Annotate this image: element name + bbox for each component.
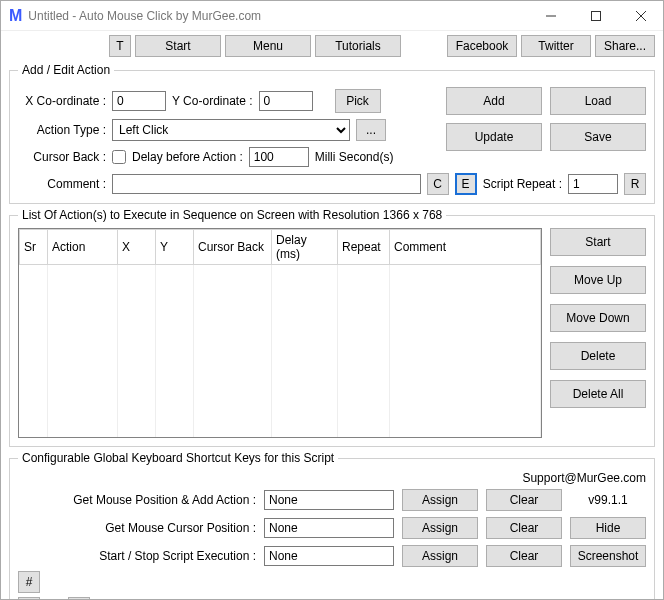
- svg-rect-1: [591, 11, 600, 20]
- version-label: v99.1.1: [570, 493, 646, 507]
- col-y[interactable]: Y: [156, 230, 194, 265]
- table-row[interactable]: [20, 375, 541, 397]
- close-button[interactable]: [618, 1, 663, 31]
- titlebar: M Untitled - Auto Mouse Click by MurGee.…: [1, 1, 663, 31]
- comment-input[interactable]: [112, 174, 421, 194]
- shortcut3-input[interactable]: [264, 546, 394, 566]
- top-toolbar: T Start Menu Tutorials Facebook Twitter …: [9, 35, 655, 57]
- script-repeat-label: Script Repeat :: [483, 177, 562, 191]
- start-button-top[interactable]: Start: [135, 35, 221, 57]
- add-edit-fieldset: Add / Edit Action X Co-ordinate : Y Co-o…: [9, 63, 655, 204]
- assign2-button[interactable]: Assign: [402, 517, 478, 539]
- assign3-button[interactable]: Assign: [402, 545, 478, 567]
- delay-label: Delay before Action :: [132, 150, 243, 164]
- delay-input[interactable]: [249, 147, 309, 167]
- shortcut2-input[interactable]: [264, 518, 394, 538]
- shortcut1-label: Get Mouse Position & Add Action :: [18, 493, 256, 507]
- menu-button[interactable]: Menu: [225, 35, 311, 57]
- y-coord-input[interactable]: [259, 91, 313, 111]
- c-button[interactable]: C: [427, 173, 449, 195]
- moveup-button[interactable]: Move Up: [550, 266, 646, 294]
- twitter-button[interactable]: Twitter: [521, 35, 591, 57]
- hash-button[interactable]: #: [18, 571, 40, 593]
- deleteall-button[interactable]: Delete All: [550, 380, 646, 408]
- t-button[interactable]: T: [109, 35, 131, 57]
- update-button[interactable]: Update: [446, 123, 542, 151]
- assign1-button[interactable]: Assign: [402, 489, 478, 511]
- col-repeat[interactable]: Repeat: [338, 230, 390, 265]
- action-type-select[interactable]: Left Click: [112, 119, 350, 141]
- shortcut3-label: Start / Stop Script Execution :: [18, 549, 256, 563]
- minimize-button[interactable]: [528, 1, 573, 31]
- share-button[interactable]: Share...: [595, 35, 655, 57]
- x-coord-input[interactable]: [112, 91, 166, 111]
- add-button[interactable]: Add: [446, 87, 542, 115]
- table-row[interactable]: [20, 331, 541, 353]
- col-sr[interactable]: Sr: [20, 230, 48, 265]
- tutorials-button[interactable]: Tutorials: [315, 35, 401, 57]
- table-row[interactable]: [20, 265, 541, 287]
- clear1-button[interactable]: Clear: [486, 489, 562, 511]
- col-action[interactable]: Action: [48, 230, 118, 265]
- cursor-back-checkbox[interactable]: [112, 150, 126, 164]
- clear2-button[interactable]: Clear: [486, 517, 562, 539]
- facebook-button[interactable]: Facebook: [447, 35, 517, 57]
- list-legend: List Of Action(s) to Execute in Sequence…: [18, 208, 446, 222]
- script-repeat-input[interactable]: [568, 174, 618, 194]
- window-title: Untitled - Auto Mouse Click by MurGee.co…: [28, 9, 528, 23]
- table-row[interactable]: [20, 309, 541, 331]
- add-edit-legend: Add / Edit Action: [18, 63, 114, 77]
- save-button[interactable]: Save: [550, 123, 646, 151]
- pick-button[interactable]: Pick: [335, 89, 381, 113]
- list-fieldset: List Of Action(s) to Execute in Sequence…: [9, 208, 655, 447]
- shortcut1-input[interactable]: [264, 490, 394, 510]
- action-table[interactable]: Sr Action X Y Cursor Back Delay (ms) Rep…: [18, 228, 542, 438]
- e-button[interactable]: E: [455, 173, 477, 195]
- table-row[interactable]: [20, 419, 541, 439]
- table-row[interactable]: [20, 287, 541, 309]
- app-icon: M: [9, 7, 22, 25]
- shortcuts-legend: Configurable Global Keyboard Shortcut Ke…: [18, 451, 338, 465]
- comment-label: Comment :: [18, 177, 106, 191]
- cursor-back-label: Cursor Back :: [18, 150, 106, 164]
- clear3-button[interactable]: Clear: [486, 545, 562, 567]
- start-button[interactable]: Start: [550, 228, 646, 256]
- x-coord-label: X Co-ordinate :: [18, 94, 106, 108]
- delete-button[interactable]: Delete: [550, 342, 646, 370]
- maximize-button[interactable]: [573, 1, 618, 31]
- shortcuts-fieldset: Configurable Global Keyboard Shortcut Ke…: [9, 451, 655, 600]
- col-delay[interactable]: Delay (ms): [272, 230, 338, 265]
- table-row[interactable]: [20, 353, 541, 375]
- shortcut2-label: Get Mouse Cursor Position :: [18, 521, 256, 535]
- col-x[interactable]: X: [118, 230, 156, 265]
- more-button[interactable]: ...: [356, 119, 386, 141]
- y-coord-label: Y Co-ordinate :: [172, 94, 253, 108]
- r-button[interactable]: R: [624, 173, 646, 195]
- col-cursor-back[interactable]: Cursor Back: [194, 230, 272, 265]
- table-row[interactable]: [20, 397, 541, 419]
- load-button[interactable]: Load: [550, 87, 646, 115]
- movedown-button[interactable]: Move Down: [550, 304, 646, 332]
- ms-label: Milli Second(s): [315, 150, 394, 164]
- action-type-label: Action Type :: [18, 123, 106, 137]
- screenshot-button[interactable]: Screenshot: [570, 545, 646, 567]
- support-link[interactable]: Support@MurGee.com: [522, 471, 646, 485]
- col-comment[interactable]: Comment: [390, 230, 541, 265]
- hide-button[interactable]: Hide: [570, 517, 646, 539]
